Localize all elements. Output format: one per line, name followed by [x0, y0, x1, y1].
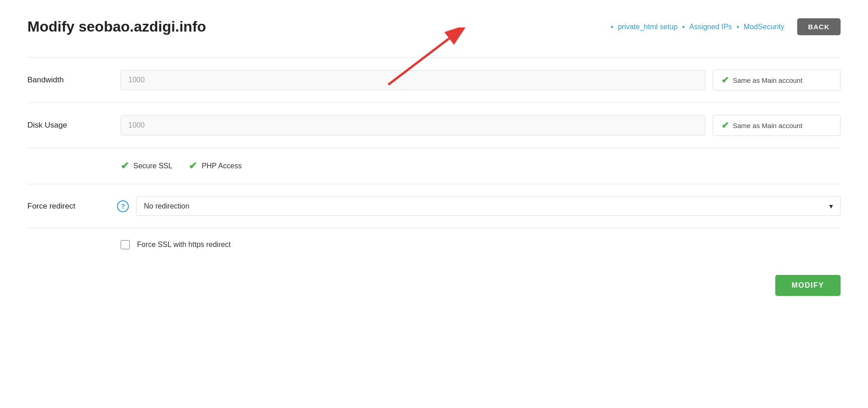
secure-ssl-check-icon: ✔ [121, 160, 129, 172]
force-ssl-label: Force SSL with https redirect [137, 241, 231, 249]
disk-usage-same-as-main-label: Same as Main account [733, 122, 803, 129]
bullet-3: • [736, 23, 739, 31]
force-redirect-select-wrapper: No redirection Redirect to www Redirect … [136, 196, 841, 216]
disk-usage-row: Disk Usage ✔ Same as Main account [27, 103, 841, 148]
page-title: Modify seobao.azdigi.info [27, 18, 206, 35]
bottom-bar: MODIFY [27, 261, 841, 305]
private-html-link[interactable]: private_html setup [618, 23, 677, 31]
form-section: Bandwidth ✔ Same as Main account Disk Us… [27, 57, 841, 261]
secure-ssl-item[interactable]: ✔ Secure SSL [121, 160, 172, 172]
info-char: ? [121, 203, 125, 210]
force-redirect-row: Force redirect ? No redirection Redirect… [27, 184, 841, 228]
force-redirect-select[interactable]: No redirection Redirect to www Redirect … [136, 196, 841, 216]
bandwidth-same-as-main[interactable]: ✔ Same as Main account [713, 70, 841, 91]
bullet-1: • [611, 23, 614, 31]
disk-usage-content: ✔ Same as Main account [121, 115, 841, 136]
back-button[interactable]: BACK [797, 18, 841, 35]
disk-usage-input[interactable] [121, 115, 705, 135]
bandwidth-content: ✔ Same as Main account [121, 70, 841, 91]
php-access-check-icon: ✔ [189, 160, 197, 172]
modsecurity-link[interactable]: ModSecurity [744, 23, 784, 31]
bandwidth-same-as-main-label: Same as Main account [733, 76, 803, 84]
assigned-ips-link[interactable]: Assigned IPs [689, 23, 732, 31]
secure-ssl-label: Secure SSL [133, 162, 172, 170]
checkboxes-row: ✔ Secure SSL ✔ PHP Access [27, 148, 841, 184]
bullet-2: • [682, 23, 685, 31]
disk-usage-check-icon: ✔ [721, 120, 729, 131]
bandwidth-label: Bandwidth [27, 75, 110, 85]
header-nav: • private_html setup • Assigned IPs • Mo… [610, 18, 841, 35]
php-access-item[interactable]: ✔ PHP Access [189, 160, 242, 172]
force-ssl-row: Force SSL with https redirect [27, 228, 841, 261]
disk-usage-label: Disk Usage [27, 121, 110, 130]
bandwidth-input[interactable] [121, 70, 705, 90]
page-header: Modify seobao.azdigi.info • private_html… [27, 18, 841, 35]
bandwidth-check-icon: ✔ [721, 75, 729, 86]
modify-button[interactable]: MODIFY [775, 275, 841, 296]
force-ssl-checkbox[interactable] [121, 240, 130, 249]
force-redirect-label: Force redirect [27, 202, 110, 211]
bandwidth-row: Bandwidth ✔ Same as Main account [27, 58, 841, 103]
php-access-label: PHP Access [201, 162, 242, 170]
disk-usage-same-as-main[interactable]: ✔ Same as Main account [713, 115, 841, 136]
force-redirect-info-icon[interactable]: ? [117, 200, 129, 212]
